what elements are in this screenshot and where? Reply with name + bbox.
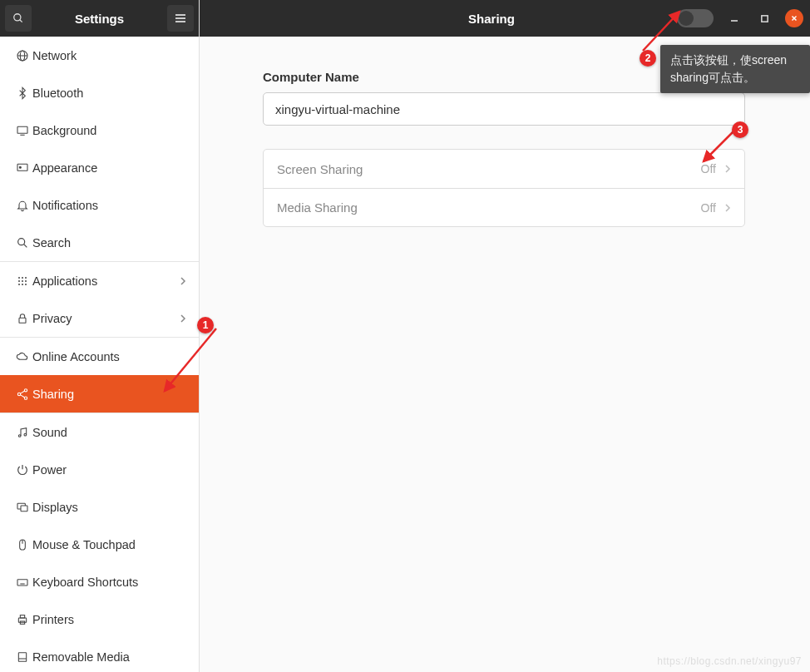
sidebar-item-label: Printers: [32, 613, 186, 626]
sidebar-item-label: Background: [32, 124, 186, 137]
sidebar-item-label: Online Accounts: [32, 350, 186, 363]
annotation-tooltip: 点击该按钮，使screen sharing可点击。: [660, 45, 810, 93]
keyboard-icon: [16, 576, 29, 589]
annotation-badge-1: 1: [197, 317, 214, 334]
svg-rect-8: [17, 126, 27, 133]
sidebar-item-sound[interactable]: Sound: [0, 413, 199, 451]
search-icon: [16, 236, 29, 250]
svg-point-15: [22, 277, 23, 279]
sidebar-item-power[interactable]: Power: [0, 451, 199, 488]
music-icon: [16, 426, 29, 439]
sidebar-item-keyboard[interactable]: Keyboard Shortcuts: [0, 563, 199, 600]
close-icon: [790, 14, 798, 22]
svg-point-22: [25, 284, 27, 285]
minimize-button[interactable]: [725, 9, 743, 27]
sidebar-item-removable-media[interactable]: Removable Media: [0, 638, 199, 672]
row-screen-sharing[interactable]: Screen Sharing Off: [264, 150, 744, 188]
svg-rect-32: [21, 506, 27, 511]
sidebar-item-label: Displays: [32, 501, 186, 514]
sidebar-item-label: Privacy: [32, 312, 180, 325]
close-button[interactable]: [785, 9, 803, 27]
bluetooth-icon: [16, 86, 29, 100]
sidebar-item-label: Search: [32, 236, 186, 250]
displays-icon: [16, 501, 29, 514]
sidebar-item-sharing[interactable]: Sharing: [0, 375, 199, 413]
lock-icon: [16, 312, 29, 325]
chevron-right-icon: [724, 164, 731, 174]
printer-icon: [16, 613, 29, 626]
svg-point-29: [18, 434, 21, 437]
svg-point-20: [18, 284, 20, 285]
row-label: Media Sharing: [277, 200, 701, 215]
apps-icon: [16, 274, 29, 288]
sidebar-item-background[interactable]: Background: [0, 111, 199, 149]
chevron-right-icon: [724, 203, 731, 213]
sidebar-item-label: Removable Media: [32, 650, 186, 664]
sidebar-title: Settings: [32, 12, 167, 26]
globe-icon: [16, 49, 29, 62]
sidebar-item-notifications[interactable]: Notifications: [0, 186, 199, 224]
desktop-icon: [16, 124, 29, 137]
bell-icon: [16, 199, 29, 212]
svg-point-21: [22, 284, 23, 285]
sidebar-item-applications[interactable]: Applications: [0, 262, 199, 299]
svg-point-12: [18, 238, 25, 245]
svg-line-28: [20, 394, 24, 397]
power-icon: [16, 463, 29, 477]
svg-rect-35: [17, 579, 27, 585]
row-media-sharing[interactable]: Media Sharing Off: [264, 188, 744, 226]
svg-point-16: [25, 277, 27, 279]
sidebar-item-mouse[interactable]: Mouse & Touchpad: [0, 526, 199, 563]
sidebar-item-network[interactable]: Network: [0, 37, 199, 74]
sidebar-item-privacy[interactable]: Privacy: [0, 299, 199, 337]
hamburger-button[interactable]: [167, 5, 194, 32]
svg-rect-41: [20, 615, 24, 617]
annotation-badge-3: 3: [732, 121, 748, 138]
search-button[interactable]: [5, 5, 32, 32]
svg-rect-46: [761, 15, 767, 21]
sharing-master-toggle[interactable]: [677, 9, 714, 27]
computer-name-input[interactable]: [263, 92, 745, 126]
mouse-icon: [16, 538, 29, 551]
sidebar-item-online-accounts[interactable]: Online Accounts: [0, 338, 199, 375]
sidebar-item-label: Network: [32, 49, 186, 62]
sidebar-item-search[interactable]: Search: [0, 224, 199, 261]
chevron-right-icon: [180, 276, 186, 286]
share-icon: [16, 388, 29, 401]
sidebar-header: Settings: [0, 0, 199, 37]
sidebar-list: Network Bluetooth Background Appearance …: [0, 37, 199, 672]
search-icon: [12, 12, 24, 24]
svg-point-17: [18, 280, 20, 282]
sidebar-item-label: Bluetooth: [32, 86, 186, 100]
svg-line-13: [24, 244, 27, 247]
svg-point-18: [22, 280, 23, 282]
svg-point-0: [14, 14, 21, 21]
sidebar-item-label: Notifications: [32, 199, 186, 212]
svg-line-1: [20, 20, 22, 22]
sidebar-item-label: Sharing: [32, 388, 186, 401]
sidebar-item-label: Appearance: [32, 161, 186, 175]
minimize-icon: [729, 13, 739, 23]
sidebar-item-displays[interactable]: Displays: [0, 488, 199, 526]
toggle-knob: [679, 11, 694, 26]
sidebar-item-label: Sound: [32, 426, 186, 439]
sidebar-item-printers[interactable]: Printers: [0, 600, 199, 638]
svg-rect-10: [17, 164, 27, 170]
maximize-icon: [760, 14, 769, 23]
svg-point-14: [18, 277, 20, 279]
main-panel: Sharing Computer Name: [200, 0, 810, 672]
sidebar-item-appearance[interactable]: Appearance: [0, 149, 199, 186]
svg-rect-23: [19, 318, 26, 323]
sharing-options-list: Screen Sharing Off Media Sharing Off: [263, 149, 745, 227]
sidebar-item-label: Applications: [32, 274, 180, 288]
appearance-icon: [16, 161, 29, 175]
annotation-badge-2: 2: [640, 50, 656, 67]
maximize-button[interactable]: [755, 9, 773, 27]
watermark: https://blog.csdn.net/xingyu97: [657, 655, 802, 667]
page-title: Sharing: [306, 12, 677, 26]
row-label: Screen Sharing: [277, 162, 701, 176]
main-header: Sharing: [200, 0, 810, 37]
row-status: Off: [701, 162, 716, 175]
svg-point-11: [19, 166, 21, 168]
sidebar-item-bluetooth[interactable]: Bluetooth: [0, 74, 199, 111]
